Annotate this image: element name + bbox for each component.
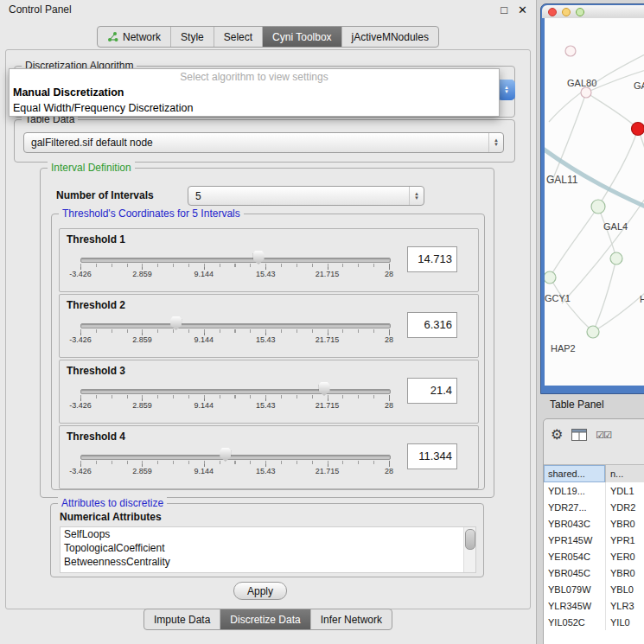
network-node[interactable]: [610, 252, 622, 265]
combo-stepper-icon: ▲▼: [498, 80, 515, 100]
table-cell[interactable]: YPR1: [605, 532, 644, 548]
apply-button[interactable]: Apply: [233, 582, 287, 600]
slider-track[interactable]: [80, 455, 391, 460]
network-canvas[interactable]: GAL80 GA GAL11 GAL4 GCY1 HAP2 H: [545, 18, 644, 386]
slider-track[interactable]: [80, 323, 391, 328]
table-cell[interactable]: YER054C: [544, 548, 605, 564]
table-cell[interactable]: YER0: [605, 548, 644, 564]
tab-label: Select: [224, 31, 252, 43]
table-cell[interactable]: YBR0: [605, 564, 644, 581]
node-label: GAL11: [546, 174, 578, 186]
tab-cyni-toolbox[interactable]: Cyni Toolbox: [262, 27, 341, 47]
dropdown-item-equal-width-frequency[interactable]: Equal Width/Frequency Discretization: [10, 100, 499, 116]
network-icon: [107, 32, 118, 42]
slider-scale-label: -3.426: [69, 270, 92, 278]
slider-track[interactable]: [80, 258, 391, 263]
threshold-label: Threshold 3: [67, 365, 125, 377]
table-cell[interactable]: YIL052C: [544, 614, 605, 630]
table-cell[interactable]: YIL0: [605, 614, 644, 630]
slider-scale-label: -3.426: [69, 401, 92, 410]
table-row[interactable]: YDR27...YDR2: [544, 499, 644, 515]
window-close-button[interactable]: [548, 8, 557, 16]
attribute-list-item[interactable]: TopologicalCoefficient: [61, 541, 464, 555]
slider-scale-label: 2.859: [132, 467, 152, 475]
tab-impute-data[interactable]: Impute Data: [144, 609, 220, 629]
num-intervals-combobox[interactable]: 5 ▲▼: [188, 186, 424, 206]
table-row[interactable]: YDL19...YDL1: [544, 482, 644, 499]
node-label: GCY1: [545, 293, 571, 303]
slider-scale-label: 21.715: [316, 401, 340, 410]
table-cell[interactable]: YBR0: [605, 515, 644, 532]
network-node[interactable]: [545, 271, 556, 284]
table-cell[interactable]: YDR2: [605, 499, 644, 515]
node-label: GA: [634, 80, 644, 91]
control-panel-window: Control Panel □ ✕ Network Style: [0, 0, 537, 644]
table-cell[interactable]: YBR045C: [544, 564, 605, 581]
slider-scale-label: 15.43: [256, 401, 276, 410]
gear-icon[interactable]: ⚙: [551, 428, 563, 442]
numerical-attributes-list[interactable]: SelfLoopsTopologicalCoefficientBetweenne…: [60, 526, 476, 573]
slider-ticks-minor: [80, 461, 389, 464]
table-body: YDL19...YDL1YDR27...YDR2YBR043CYBR0YPR14…: [544, 482, 644, 644]
slider-scale-label: 28: [385, 401, 393, 410]
dropdown-item-manual-discretization[interactable]: Manual Discretization: [10, 85, 499, 100]
threshold-value-field[interactable]: 6.316: [407, 312, 457, 338]
network-node[interactable]: [581, 87, 591, 98]
tab-select[interactable]: Select: [214, 27, 262, 47]
table-cell[interactable]: YBR043C: [544, 515, 605, 532]
threshold-value-field[interactable]: 21.4: [407, 378, 457, 404]
network-node[interactable]: [565, 46, 576, 56]
table-cell[interactable]: YLR3: [605, 597, 644, 614]
table-row[interactable]: YBR043CYBR0: [544, 515, 644, 532]
scrollbar-thumb[interactable]: [465, 529, 475, 550]
tab-label: Network: [123, 31, 161, 43]
table-cell[interactable]: YPR145W: [544, 532, 605, 548]
table-row[interactable]: YBR045CYBR0: [544, 564, 644, 581]
slider-scale-label: 28: [385, 335, 393, 344]
tab-infer-network[interactable]: Infer Network: [310, 609, 392, 629]
attribute-list-item[interactable]: BetweennessCentrality: [61, 555, 464, 569]
list-scrollbar[interactable]: [463, 527, 475, 572]
table-cell[interactable]: YBL079W: [544, 581, 605, 597]
threshold-value-field[interactable]: 11.344: [407, 443, 457, 469]
tab-label: Impute Data: [154, 614, 210, 626]
column-header-shared-name[interactable]: shared...: [544, 465, 605, 482]
table-row[interactable]: YBL079WYBL0: [544, 581, 644, 597]
table-cell[interactable]: YDL19...: [544, 482, 605, 499]
show-columns-icon[interactable]: ☑☑: [596, 430, 611, 441]
table-cell[interactable]: YLR345W: [544, 597, 605, 614]
dropdown-placeholder: Select algorithm to view settings: [10, 69, 499, 85]
combo-stepper-icon: ▲▼: [409, 187, 424, 205]
window-minimize-button[interactable]: [562, 8, 571, 16]
network-node[interactable]: [591, 200, 605, 214]
tab-discretize-data[interactable]: Discretize Data: [220, 609, 309, 629]
attribute-list-item[interactable]: SelfLoops: [61, 527, 464, 541]
table-row[interactable]: YIL052CYIL0: [544, 614, 644, 630]
slider-scale-label: -3.426: [69, 467, 92, 475]
network-node[interactable]: [587, 326, 599, 338]
tab-style[interactable]: Style: [170, 27, 214, 47]
slider-track[interactable]: [80, 389, 391, 394]
combo-value: 5: [188, 190, 409, 202]
window-zoom-button[interactable]: [576, 8, 584, 16]
slider-scale-label: 15.43: [256, 467, 276, 475]
threshold-panel: Threshold 1 -3.4262.8599.14415.4321.7152…: [59, 228, 479, 292]
network-window-titlebar: [542, 5, 644, 18]
tab-network[interactable]: Network: [98, 27, 170, 47]
close-icon[interactable]: ✕: [518, 3, 527, 16]
network-node-selected[interactable]: [632, 123, 644, 136]
table-row[interactable]: YLR345WYLR3: [544, 597, 644, 614]
table-cell[interactable]: YBL0: [605, 581, 644, 597]
tab-jactivemnodules[interactable]: jActiveMNodules: [341, 27, 438, 47]
table-data-combobox[interactable]: galFiltered.sif default node ▲▼: [23, 132, 504, 153]
table-header: shared... n...: [544, 464, 644, 483]
column-header-name[interactable]: n...: [605, 465, 644, 482]
table-cell[interactable]: YDL1: [605, 482, 644, 499]
threshold-panel: Threshold 4 -3.4262.8599.14415.4321.7152…: [59, 425, 479, 489]
columns-icon[interactable]: [571, 429, 587, 441]
threshold-value-field[interactable]: 14.713: [407, 246, 457, 272]
table-cell[interactable]: YDR27...: [544, 499, 605, 515]
table-row[interactable]: YPR145WYPR1: [544, 532, 644, 548]
float-window-icon[interactable]: □: [501, 3, 507, 16]
table-row[interactable]: YER054CYER0: [544, 548, 644, 564]
